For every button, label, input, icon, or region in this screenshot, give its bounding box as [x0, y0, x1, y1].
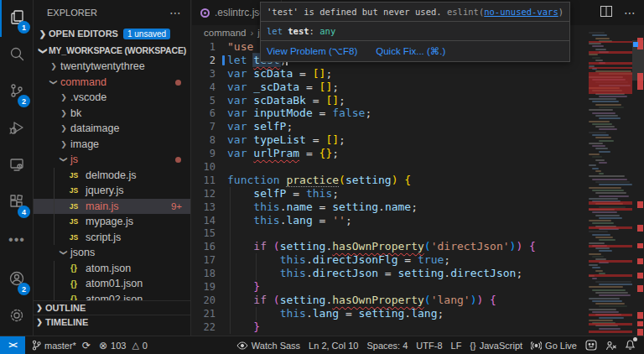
split-editor-icon[interactable]: [600, 5, 612, 20]
code-line-8[interactable]: 8var typeList = [];: [192, 133, 644, 147]
status-item-ln-2-col-10[interactable]: Ln 2, Col 10: [309, 341, 358, 351]
status-item-spaces-4[interactable]: Spaces: 4: [366, 341, 408, 351]
code-line-16[interactable]: 16 if (setting.hasOwnProperty('directJso…: [192, 240, 644, 253]
tree-item-bk[interactable]: ❯bk: [34, 106, 190, 122]
line-number: 17: [192, 254, 216, 268]
smiley-icon: [585, 340, 597, 351]
status-item-go-live[interactable]: Go Live: [531, 341, 577, 351]
settings-gear-activity-item[interactable]: [0, 299, 34, 336]
minimap-line: [595, 215, 620, 216]
code-token: 'lang': [431, 294, 470, 306]
ruler-error-mark: [637, 312, 643, 319]
source-control-activity-item[interactable]: 2: [0, 74, 34, 111]
status-label: Ln 2, Col 10: [309, 341, 358, 351]
run-debug-activity-item[interactable]: [0, 111, 34, 148]
tree-item-command[interactable]: ❯command: [34, 75, 190, 91]
sidebar-header: EXPLORER ⋯: [34, 0, 190, 25]
status-item-smiley-icon[interactable]: [585, 340, 597, 351]
javascript-file-icon: JS: [67, 171, 80, 180]
code-token: =: [339, 307, 358, 320]
status-item-103[interactable]: ⊗103△0: [99, 340, 148, 351]
code-line-10[interactable]: 10: [192, 160, 644, 174]
tree-item-label: image: [70, 138, 99, 150]
code-line-5[interactable]: 5var scDataBk = [];: [192, 94, 644, 107]
tree-item-atom-json[interactable]: {}atom.json: [34, 261, 190, 277]
sidebar-title: EXPLORER: [47, 8, 97, 18]
tooltip-action-link[interactable]: Quick Fix... (⌘.): [376, 45, 445, 57]
open-editors-section[interactable]: ❯ OPEN EDITORS 1 unsaved: [34, 25, 190, 42]
minimap-line: [595, 126, 615, 128]
tree-item-jsons[interactable]: ❯jsons: [34, 245, 190, 261]
status-item-watch-sass[interactable]: Watch Sass: [236, 341, 300, 351]
code-token: {: [490, 294, 496, 306]
tree-item--vscode[interactable]: ❯.vscode: [34, 90, 190, 106]
sidebar-more-icon[interactable]: ⋯: [169, 6, 182, 19]
code-line-3[interactable]: 3var scData = [];: [192, 67, 644, 81]
status-item-javascript[interactable]: {}JavaScript: [470, 341, 522, 351]
code-line-12[interactable]: 12 selfP = this;: [192, 187, 644, 200]
code-token: selfP: [253, 187, 286, 200]
tree-item-dataimage[interactable]: ❯dataimage: [34, 121, 190, 137]
more-actions-icon[interactable]: ⋯: [624, 6, 636, 19]
code-line-17[interactable]: 17 this.directJsonFlg = true;: [192, 253, 644, 267]
code-token: typeList: [253, 133, 306, 146]
code-line-4[interactable]: 4var _scData = [];: [192, 81, 644, 94]
tree-item-main-js[interactable]: JSmain.js9+: [34, 199, 190, 215]
minimap[interactable]: [589, 32, 632, 336]
code-line-9[interactable]: 9var urlPram = {};: [192, 147, 644, 160]
files-activity-item[interactable]: 1: [0, 0, 34, 37]
search-activity-item[interactable]: [0, 37, 34, 74]
line-number: 2: [192, 55, 216, 68]
status-item-lf[interactable]: LF: [451, 341, 462, 351]
account-activity-item[interactable]: 2: [0, 262, 34, 299]
chevron-right-icon: ❯: [34, 304, 45, 312]
section-outline[interactable]: ❯OUTLINE: [34, 300, 190, 315]
code-line-18[interactable]: 18 this.directJson = setting.directJson;: [192, 267, 644, 280]
ruler-error-mark: [637, 73, 643, 90]
more-activity-item[interactable]: •••: [0, 221, 34, 258]
status-item-utf-8[interactable]: UTF-8: [416, 341, 442, 351]
code-token: setting: [332, 200, 378, 213]
status-item-person-icon[interactable]: [605, 341, 616, 351]
json-file-icon: {}: [67, 263, 80, 273]
tooltip-action-link[interactable]: View Problem (⌥F8): [267, 45, 357, 57]
minimap-line: [599, 305, 627, 307]
code-line-6[interactable]: 6var inputMode = false;: [192, 107, 644, 120]
code-line-21[interactable]: 21 this.lang = setting.lang;: [192, 307, 644, 320]
code-editor[interactable]: 1"use strict";2let test;3var scData = []…: [192, 40, 644, 336]
code-token: .: [378, 200, 385, 213]
status-item-master-[interactable]: master*⟳: [32, 340, 91, 351]
code-line-13[interactable]: 13 this.name = setting.name;: [192, 200, 644, 214]
tree-item-atom01-json[interactable]: {}atom01.json: [34, 276, 190, 292]
tree-item-jquery-js[interactable]: JSjquery.js: [34, 183, 190, 199]
code-line-11[interactable]: 11function practice(setting) {: [192, 174, 644, 187]
code-token: }: [253, 280, 260, 293]
status-item-bell-icon[interactable]: [625, 339, 636, 351]
tree-item-js[interactable]: ❯js: [34, 152, 190, 168]
tooltip-rule-link[interactable]: no-unused-vars: [484, 7, 558, 17]
remote-indicator[interactable]: ><: [0, 336, 25, 354]
tree-item-delmode-js[interactable]: JSdelmode.js: [34, 168, 190, 184]
tree-item-atom02-json[interactable]: {}atom02.json: [34, 292, 190, 301]
code-token: var: [227, 147, 253, 159]
tree-item-image[interactable]: ❯image: [34, 137, 190, 153]
code-line-19[interactable]: 19 }: [192, 280, 644, 294]
tree-item-script-js[interactable]: JSscript.js: [34, 230, 190, 246]
workspace-section[interactable]: ❯ MY_WORKSPACE (WORKSPACE): [34, 42, 190, 59]
remote-explorer-activity-item[interactable]: [0, 148, 34, 185]
minimap-error-band: [589, 331, 632, 333]
code-line-14[interactable]: 14 this.lang = '';: [192, 214, 644, 227]
tree-item-twentytwentythree[interactable]: ❯twentytwentythree: [34, 59, 190, 75]
code-line-20[interactable]: 20 if (setting.hasOwnProperty('lang')) {: [192, 294, 644, 307]
chevron-down-icon: ❯: [60, 247, 68, 258]
minimap-line: [595, 247, 610, 249]
breadcrumb-item-command[interactable]: command: [204, 28, 247, 38]
section-timeline[interactable]: ❯TIMELINE: [34, 315, 190, 329]
tree-item-mypage-js[interactable]: JSmypage.js: [34, 214, 190, 230]
problem-hover-tooltip: 'test' is defined but never used. eslint…: [260, 2, 570, 62]
extensions-activity-item[interactable]: 4: [0, 185, 34, 221]
code-line-22[interactable]: 22 }: [192, 320, 644, 334]
broadcast-icon: [531, 341, 542, 351]
code-line-15[interactable]: 15: [192, 226, 644, 240]
code-line-7[interactable]: 7var selfP;: [192, 120, 644, 133]
